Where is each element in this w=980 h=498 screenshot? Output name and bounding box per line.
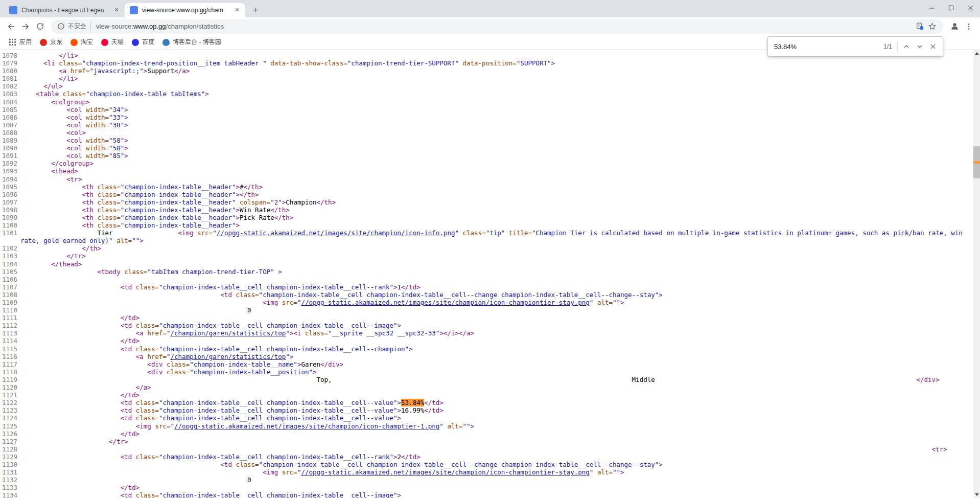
source-token xyxy=(94,206,98,214)
scroll-up-arrow[interactable] xyxy=(973,50,980,57)
source-token: <table xyxy=(36,90,59,98)
back-button[interactable] xyxy=(4,19,18,34)
find-previous-button[interactable] xyxy=(900,40,913,53)
line-number: 1095 xyxy=(0,183,20,191)
menu-kebab-icon[interactable] xyxy=(962,19,976,34)
source-token: > xyxy=(124,144,128,152)
source-line: 1112 <td class="champion-index-table__ce… xyxy=(0,322,973,329)
bookmark-item[interactable]: 博客后台 - 博客园 xyxy=(159,36,225,49)
source-token: <th xyxy=(82,206,94,214)
forward-button[interactable] xyxy=(18,19,33,34)
source-line: 1106 xyxy=(0,276,973,283)
source-token: "champion-index-table__cell champion-ind… xyxy=(159,345,409,353)
url-text[interactable]: view-source:www.op.gg/champion/statistic… xyxy=(96,22,224,30)
source-line: 1130 <td class="champion-index-table__ce… xyxy=(0,461,973,468)
minimize-button[interactable] xyxy=(922,0,941,15)
source-link[interactable]: /champion/garen/statistics/top xyxy=(171,353,286,360)
url-path: /champion/statistics xyxy=(166,22,224,30)
line-number: 1131 xyxy=(0,468,20,476)
source-link[interactable]: /champion/garen/statistics/top xyxy=(171,329,286,337)
source-token: "" xyxy=(463,422,471,430)
source-link[interactable]: //opgg-static.akamaized.net/images/site/… xyxy=(217,229,455,237)
line-content: <img src="//opgg-static.akamaized.net/im… xyxy=(20,468,973,476)
source-line: 1119 Top, Middle xyxy=(0,376,973,383)
source-whitespace xyxy=(20,491,121,498)
line-content: 0 xyxy=(20,476,973,484)
line-content: </td> xyxy=(20,314,973,322)
maximize-button[interactable] xyxy=(941,0,961,15)
profile-avatar-icon[interactable] xyxy=(947,19,962,34)
line-number: 1086 xyxy=(0,114,20,121)
bookmark-star-icon[interactable] xyxy=(926,20,938,33)
line-content: <li class="champion-index-trend-position… xyxy=(20,59,973,67)
source-token: > xyxy=(620,468,624,476)
line-number: 1097 xyxy=(0,198,20,206)
source-token: <div xyxy=(147,368,162,376)
line-content: <td class="champion-index-table__cell ch… xyxy=(20,283,973,291)
source-token: > xyxy=(236,206,240,214)
source-whitespace xyxy=(20,345,121,353)
source-token: Win Rate xyxy=(240,206,270,214)
line-number: 1098 xyxy=(0,206,20,214)
scroll-down-arrow[interactable] xyxy=(973,491,980,498)
source-whitespace xyxy=(20,121,66,129)
bookmark-item[interactable]: 天猫 xyxy=(98,36,127,49)
source-line: 1100 <th class="champion-index-table__he… xyxy=(0,221,973,229)
info-icon[interactable] xyxy=(57,22,65,30)
source-token xyxy=(132,491,136,498)
source-token: "SUPPORT" xyxy=(517,59,551,67)
source-link[interactable]: //opgg-static.akamaized.net/images/site/… xyxy=(301,299,589,306)
source-whitespace xyxy=(20,422,136,430)
tab-close-icon[interactable]: × xyxy=(112,6,121,14)
source-token xyxy=(593,468,597,476)
source-token: > xyxy=(124,121,128,129)
source-token: "champion-trend-tier-SUPPORT" xyxy=(347,59,459,67)
source-token xyxy=(94,183,98,191)
source-token xyxy=(459,229,463,237)
bookmark-item[interactable]: 百度 xyxy=(128,36,158,49)
line-content: <td class="champion-index-table__cell ch… xyxy=(20,291,973,299)
find-query-input[interactable]: 53.84% xyxy=(774,43,879,51)
source-whitespace xyxy=(20,314,121,322)
source-token xyxy=(94,214,98,221)
source-line: 1120 </a> xyxy=(0,383,973,391)
window-controls xyxy=(922,0,980,15)
line-content: </td> xyxy=(20,430,973,438)
security-label[interactable]: 不安全 xyxy=(68,22,86,31)
source-token xyxy=(162,360,167,368)
source-whitespace xyxy=(20,299,263,306)
source-token: title= xyxy=(509,229,532,237)
source-token xyxy=(82,114,86,121)
source-token: "champion-index-table__cell champion-ind… xyxy=(159,322,398,329)
line-number: 1093 xyxy=(0,167,20,175)
new-tab-button[interactable]: + xyxy=(248,3,263,17)
line-content: <col width="58"> xyxy=(20,144,973,152)
tab-champions[interactable]: Champions - League of Legen × xyxy=(4,3,125,17)
close-window-button[interactable] xyxy=(961,0,980,15)
source-link[interactable]: //opgg-static.akamaized.net/images/site/… xyxy=(301,468,589,476)
bookmark-item[interactable]: 淘宝 xyxy=(67,36,97,49)
line-number: 1130 xyxy=(0,461,20,468)
bookmark-label: 淘宝 xyxy=(81,38,93,47)
line-content: <td class="champion-index-table__cell ch… xyxy=(20,399,973,406)
source-token xyxy=(132,322,136,329)
translate-icon[interactable] xyxy=(914,20,926,33)
scrollbar[interactable] xyxy=(973,50,980,498)
tab-close-icon[interactable]: × xyxy=(233,6,241,14)
source-token: class= xyxy=(98,221,121,229)
reload-button[interactable] xyxy=(33,19,47,34)
line-number: 1123 xyxy=(0,406,20,414)
address-bar[interactable]: 不安全 view-source:www.op.gg/champion/stati… xyxy=(51,19,943,34)
apps-shortcut[interactable]: 应用 xyxy=(5,36,35,49)
source-line: 1131 <img src="//opgg-static.akamaized.n… xyxy=(0,468,973,476)
tab-view-source[interactable]: view-source:www.op.gg/cham × xyxy=(125,3,245,17)
find-next-button[interactable] xyxy=(913,40,926,53)
bookmark-favicon xyxy=(71,39,78,46)
source-link[interactable]: //opgg-static.akamaized.net/images/site/… xyxy=(174,422,439,430)
source-whitespace xyxy=(20,52,59,59)
source-token: Tier xyxy=(98,229,113,237)
find-close-button[interactable] xyxy=(926,40,940,53)
bookmark-item[interactable]: 京东 xyxy=(36,36,66,49)
source-token xyxy=(132,345,136,353)
source-token: colspan= xyxy=(240,198,270,206)
